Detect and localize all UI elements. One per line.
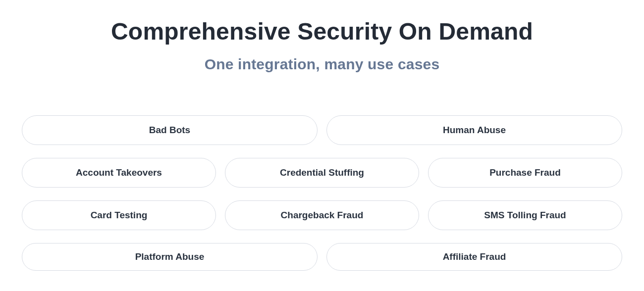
use-case-pill-chargeback-fraud[interactable]: Chargeback Fraud [225,200,419,230]
use-case-row: Card Testing Chargeback Fraud SMS Tollin… [22,200,622,230]
use-case-label: Purchase Fraud [489,167,561,178]
use-case-pill-sms-tolling-fraud[interactable]: SMS Tolling Fraud [428,200,622,230]
use-case-label: Affiliate Fraud [443,251,506,262]
page-subtitle: One integration, many use cases [0,56,644,73]
use-case-pill-platform-abuse[interactable]: Platform Abuse [22,243,318,271]
page-title: Comprehensive Security On Demand [0,18,644,45]
use-case-label: Credential Stuffing [280,167,364,178]
page: Comprehensive Security On Demand One int… [0,0,644,291]
use-case-pill-card-testing[interactable]: Card Testing [22,200,216,230]
use-case-grid: Bad Bots Human Abuse Account Takeovers C… [22,115,622,271]
use-case-row: Account Takeovers Credential Stuffing Pu… [22,158,622,188]
use-case-label: Platform Abuse [135,251,205,262]
use-case-pill-human-abuse[interactable]: Human Abuse [326,115,622,145]
use-case-label: Card Testing [91,210,148,221]
use-case-row: Bad Bots Human Abuse [22,115,622,145]
use-case-label: SMS Tolling Fraud [484,210,566,221]
use-case-label: Account Takeovers [76,167,162,178]
use-case-pill-credential-stuffing[interactable]: Credential Stuffing [225,158,419,188]
use-case-row: Platform Abuse Affiliate Fraud [22,243,622,271]
use-case-label: Human Abuse [443,125,506,136]
use-case-pill-purchase-fraud[interactable]: Purchase Fraud [428,158,622,188]
use-case-pill-bad-bots[interactable]: Bad Bots [22,115,318,145]
use-case-label: Chargeback Fraud [281,210,364,221]
use-case-label: Bad Bots [149,125,190,136]
use-case-pill-affiliate-fraud[interactable]: Affiliate Fraud [326,243,622,271]
use-case-pill-account-takeovers[interactable]: Account Takeovers [22,158,216,188]
